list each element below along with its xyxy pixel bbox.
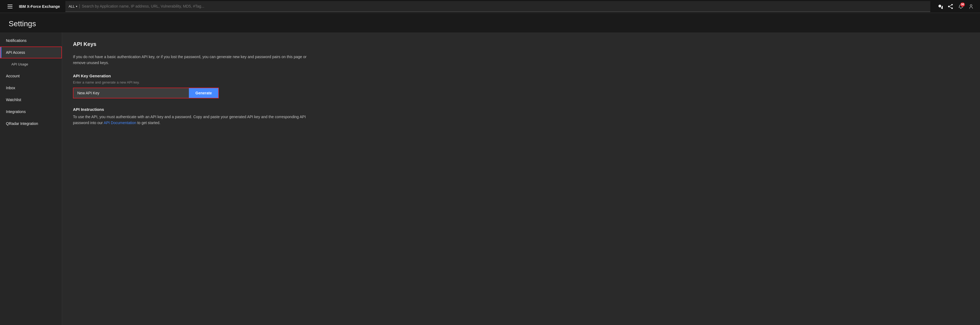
share-button[interactable] xyxy=(946,2,955,11)
api-keys-description: If you do not have a basic authenticatio… xyxy=(73,54,316,66)
sidebar-item-watchlist[interactable]: Watchlist xyxy=(0,94,62,106)
top-navigation: IBM X-Force Exchange ALL ▾ 98 xyxy=(0,0,980,13)
sidebar-item-label: Inbox xyxy=(6,86,15,90)
topnav-actions: 98 xyxy=(936,2,976,11)
api-documentation-link[interactable]: API Documentation xyxy=(104,121,137,125)
user-icon xyxy=(969,4,974,9)
api-key-row: Generate xyxy=(73,88,219,99)
sidebar-item-api-access[interactable]: API Access xyxy=(0,46,62,58)
active-indicator xyxy=(0,47,2,58)
sidebar-item-label: Account xyxy=(6,74,20,78)
api-key-name-input[interactable] xyxy=(73,88,189,98)
sidebar-item-label: Notifications xyxy=(6,38,27,43)
api-key-generation-hint: Enter a name and generate a new API key. xyxy=(73,80,969,84)
notifications-button[interactable]: 98 xyxy=(956,2,966,11)
notification-badge: 98 xyxy=(960,2,965,7)
sidebar-item-integrations[interactable]: Integrations xyxy=(0,106,62,118)
app-logo: IBM X-Force Exchange xyxy=(19,4,60,9)
api-key-generation-title: API Key Generation xyxy=(73,73,969,78)
sidebar-item-account[interactable]: Account xyxy=(0,70,62,82)
sidebar-item-label: Watchlist xyxy=(6,97,21,102)
generate-button[interactable]: Generate xyxy=(189,88,218,98)
share-icon xyxy=(948,4,953,9)
page-title: Settings xyxy=(9,19,971,28)
search-bar: ALL ▾ xyxy=(65,1,930,12)
sidebar-item-api-usage[interactable]: API Usage xyxy=(0,58,62,70)
api-instructions-section: API Instructions To use the API, you mus… xyxy=(73,107,969,126)
search-button[interactable] xyxy=(936,2,945,11)
content-area: Notifications API Access API Usage Accou… xyxy=(0,32,980,325)
sidebar-item-label: API Access xyxy=(6,50,25,55)
page-title-bar: Settings xyxy=(0,13,980,32)
sidebar-item-label: Integrations xyxy=(6,110,25,114)
main-content: API Keys If you do not have a basic auth… xyxy=(62,32,980,325)
hamburger-icon xyxy=(6,3,14,10)
instructions-text-after-link: to get started. xyxy=(136,121,161,125)
sidebar-item-label: API Usage xyxy=(11,62,28,66)
search-input[interactable] xyxy=(82,4,927,8)
page-wrapper: Settings Notifications API Access API Us… xyxy=(0,0,980,325)
settings-sidebar: Notifications API Access API Usage Accou… xyxy=(0,32,62,325)
search-icon xyxy=(938,4,943,9)
search-type-dropdown[interactable]: ALL ▾ xyxy=(68,4,80,8)
api-instructions-title: API Instructions xyxy=(73,107,969,112)
sidebar-item-qradar[interactable]: QRadar Integration xyxy=(0,118,62,129)
sidebar-item-notifications[interactable]: Notifications xyxy=(0,35,62,46)
user-profile-button[interactable] xyxy=(966,2,976,11)
search-type-label: ALL xyxy=(68,4,75,8)
sidebar-item-inbox[interactable]: Inbox xyxy=(0,82,62,94)
api-key-generation-section: API Key Generation Enter a name and gene… xyxy=(73,73,969,99)
hamburger-menu-button[interactable] xyxy=(4,2,16,12)
api-instructions-text: To use the API, you must authenticate wi… xyxy=(73,114,316,126)
api-keys-title: API Keys xyxy=(73,41,969,47)
chevron-down-icon: ▾ xyxy=(76,5,77,8)
sidebar-item-label: QRadar Integration xyxy=(6,121,38,126)
ibm-logo-text: IBM X-Force Exchange xyxy=(19,4,60,9)
